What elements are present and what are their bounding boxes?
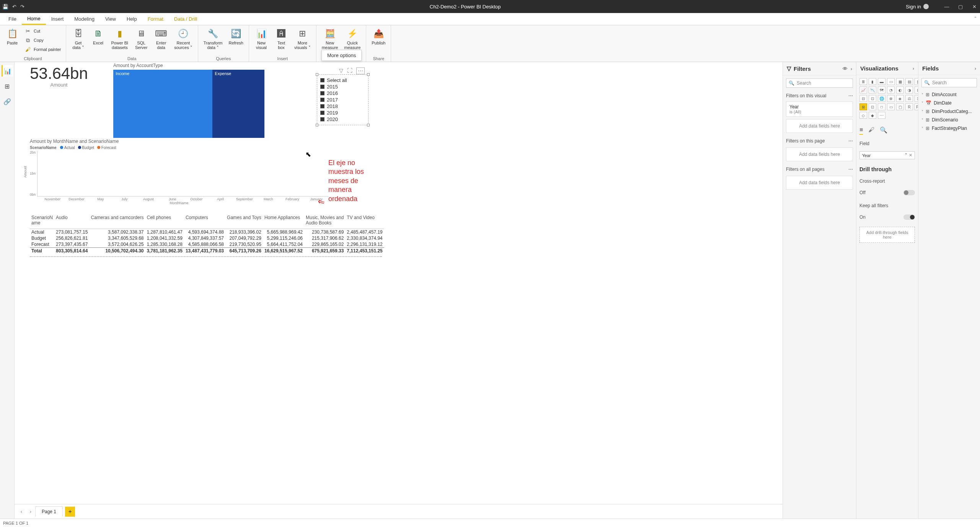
tab-help[interactable]: Help	[121, 13, 142, 25]
paste-button[interactable]: 📋Paste	[3, 27, 21, 46]
viz-type-button[interactable]: ▦	[896, 78, 904, 85]
viz-type-button[interactable]: ▭	[887, 103, 895, 110]
copy-button[interactable]: ⧉Copy	[23, 36, 63, 44]
viz-type-button[interactable]: ⊟	[859, 95, 867, 102]
tab-view[interactable]: View	[100, 13, 121, 25]
keep-filters-toggle[interactable]	[903, 214, 915, 220]
slicer-item[interactable]: Select all	[320, 77, 365, 83]
viz-type-button[interactable]: ⊡	[869, 95, 876, 102]
more-options-icon[interactable]: ⋯	[356, 67, 365, 74]
save-icon[interactable]: 💾	[2, 4, 8, 10]
minimize-button[interactable]: —	[943, 4, 950, 10]
viz-type-button[interactable]: ≣	[859, 78, 867, 85]
redo-icon[interactable]: ↷	[20, 4, 24, 10]
viz-type-button[interactable]: 🗺	[878, 87, 885, 93]
filter-icon[interactable]: ▽	[339, 67, 343, 74]
field-table[interactable]: ˅⊞DimScenario	[921, 116, 977, 123]
data-view-button[interactable]: ⊞	[2, 80, 13, 92]
report-canvas[interactable]: 53.64bn Amount Amount by AccountType Inc…	[15, 62, 783, 519]
more-visuals-button[interactable]: ⊞More visuals ˅	[292, 27, 313, 51]
slicer-item[interactable]: 2019	[320, 110, 365, 116]
viz-type-button[interactable]: ▬	[878, 78, 885, 85]
field-table[interactable]: ˅⊞FactStrategyPlan	[921, 125, 977, 132]
card-visual[interactable]: 53.64bn Amount	[30, 64, 88, 88]
slicer-item[interactable]: 2017	[320, 97, 365, 103]
format-tab-icon[interactable]: 🖌	[868, 126, 874, 135]
report-view-button[interactable]: 📊	[2, 65, 13, 77]
viz-type-button[interactable]: ☰	[915, 95, 918, 102]
publish-button[interactable]: 📤Publish	[369, 27, 388, 46]
transform-data-button[interactable]: 🔧Transform data ˅	[201, 27, 225, 51]
year-slicer[interactable]: Select all201520162017201820192020	[317, 74, 369, 125]
add-page-button[interactable]: +	[65, 507, 75, 517]
viz-type-button[interactable]: ◈	[896, 95, 904, 102]
eye-icon[interactable]: 👁	[843, 66, 848, 72]
viz-type-button[interactable]: Py	[915, 103, 918, 110]
text-box-button[interactable]: 🅰Text box	[272, 27, 290, 51]
page-prev[interactable]: ‹	[17, 509, 26, 514]
viz-type-button[interactable]: ⊕	[887, 95, 895, 102]
enter-data-button[interactable]: ⌨Enter data	[152, 27, 170, 51]
treemap-income[interactable]: Income	[113, 70, 212, 138]
format-painter-button[interactable]: 🖌Format painter	[23, 45, 63, 54]
chevron-down-icon[interactable]: ˅	[905, 153, 907, 158]
viz-type-button[interactable]: ▤	[905, 78, 913, 85]
quick-measure-button[interactable]: ⚡Quick measure	[342, 27, 363, 51]
filter-search[interactable]: 🔍 Search	[786, 79, 853, 88]
page-tab-1[interactable]: Page 1	[35, 506, 63, 517]
fields-tab-icon[interactable]: ≡	[859, 126, 863, 135]
pbi-datasets-button[interactable]: ▮Power BI datasets	[109, 27, 131, 51]
viz-type-button[interactable]: 📈	[859, 87, 867, 93]
collapse-ribbon-button[interactable]: ˆ	[971, 13, 980, 25]
field-table[interactable]: ˅📅DimDate	[921, 100, 977, 106]
viz-type-button[interactable]: ◐	[896, 87, 904, 93]
cut-button[interactable]: ✂Cut	[23, 27, 63, 35]
sql-server-button[interactable]: 🖥SQL Server	[132, 27, 150, 51]
section-menu-icon[interactable]: ⋯	[848, 138, 853, 144]
field-table[interactable]: ˅⊞DimAccount	[921, 91, 977, 98]
viz-type-button[interactable]: 📉	[869, 87, 876, 93]
model-view-button[interactable]: 🔗	[2, 96, 13, 107]
maximize-button[interactable]: ▢	[957, 4, 964, 10]
tab-modeling[interactable]: Modeling	[69, 13, 100, 25]
viz-type-button[interactable]: ◑	[905, 87, 913, 93]
page-next[interactable]: ›	[26, 509, 35, 514]
viz-type-button[interactable]: □	[878, 103, 885, 110]
close-button[interactable]: ✕	[971, 4, 978, 10]
bar-chart-visual[interactable]: Amount by MonthName and ScenarioName Sce…	[30, 139, 328, 205]
table-row[interactable]: Forecast273,397,435.673,572,004,626.251,…	[30, 241, 384, 248]
collapse-pane-icon[interactable]: ›	[913, 65, 914, 71]
slicer-item[interactable]: 2015	[320, 83, 365, 90]
excel-button[interactable]: 🗎Excel	[89, 27, 108, 46]
viz-type-button[interactable]: ◔	[887, 87, 895, 93]
undo-icon[interactable]: ↶	[12, 4, 16, 10]
sign-in-button[interactable]: Sign in	[906, 4, 929, 10]
viz-type-button[interactable]: ⋯	[878, 112, 885, 119]
recent-sources-button[interactable]: 🕘Recent sources ˅	[172, 27, 195, 51]
field-table[interactable]: ˅⊞DimProductCateg...	[921, 108, 977, 115]
refresh-button[interactable]: 🔄Refresh	[226, 27, 246, 46]
slicer-item[interactable]: 2020	[320, 116, 365, 123]
viz-type-button[interactable]: ⊡	[869, 103, 876, 110]
tab-home[interactable]: Home	[22, 13, 46, 25]
table-row[interactable]: Actual273,081,757.153,587,092,338.371,28…	[30, 229, 384, 236]
section-menu-icon[interactable]: ⋯	[848, 167, 853, 172]
slicer-item[interactable]: 2016	[320, 90, 365, 97]
viz-type-button[interactable]: ◇	[859, 112, 867, 119]
focus-icon[interactable]: ⛶	[347, 67, 352, 74]
tab-file[interactable]: File	[3, 13, 22, 25]
matrix-visual[interactable]: ScenarioN ameAudioCameras and camcorders…	[30, 214, 382, 257]
new-measure-button[interactable]: 🧮New measure	[320, 27, 341, 51]
treemap-expense[interactable]: Expense	[212, 70, 264, 138]
tab-format[interactable]: Format	[142, 13, 169, 25]
filter-drop-all[interactable]: Add data fields here	[786, 176, 853, 190]
viz-type-button[interactable]: ▮	[869, 78, 876, 85]
table-total-row[interactable]: Total803,305,814.6410,506,702,494.303,78…	[30, 248, 384, 254]
field-well-year[interactable]: Year ˅✕	[859, 151, 915, 159]
new-visual-button[interactable]: 📊New visual	[252, 27, 271, 51]
fields-search[interactable]: 🔍 Search	[921, 78, 977, 87]
remove-field-icon[interactable]: ✕	[909, 153, 912, 158]
viz-type-button[interactable]: ▥	[915, 78, 918, 85]
viz-type-button[interactable]: ▢	[896, 103, 904, 110]
viz-type-button[interactable]: ▭	[887, 78, 895, 85]
